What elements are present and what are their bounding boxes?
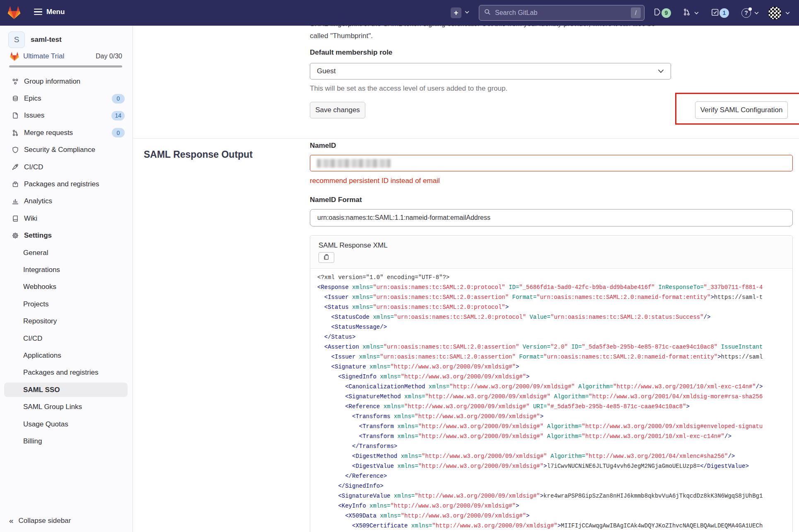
wiki-icon [12,215,19,222]
todo-check-icon [711,8,719,18]
sidebar-subitem-webhooks[interactable]: Webhooks [0,279,133,296]
xml-code-line: <SignedInfo xmlns="http://www.w3.org/200… [317,372,792,382]
main-content: SHA1 fingerprint of the SAML token signi… [133,0,799,532]
sidebar-subitem-saml-sso[interactable]: SAML SSO [0,381,133,398]
sidebar-subitem-saml-group-links[interactable]: SAML Group Links [0,398,133,415]
sidebar-subitem-ci-cd[interactable]: CI/CD [0,330,133,347]
trial-label: Ultimate Trial [23,52,96,60]
sidebar-item-packages-and-registries[interactable]: Packages and registries [0,176,133,193]
top-navbar: Menu + / 9 [0,0,799,26]
sidebar-item-settings[interactable]: Settings [0,227,133,244]
sidebar-subitem-repository[interactable]: Repository [0,313,133,330]
todos-nav-button[interactable]: 1 [711,0,729,26]
sidebar-item-issues[interactable]: Issues14 [0,107,133,124]
issues-icon [653,8,661,18]
search-input[interactable] [494,9,631,17]
sidebar-subitem-packages-and-registries[interactable]: Packages and registries [0,364,133,381]
sidebar-item-wiki[interactable]: Wiki [0,210,133,227]
gitlab-logo-icon[interactable] [7,5,22,19]
chevron-down-icon [754,9,759,17]
membership-role-help: This will be set as the access level of … [310,84,507,93]
xml-code-line: </SignedInfo> [317,481,792,491]
chevron-down-icon[interactable] [465,11,469,14]
xml-code-line: <Status xmlns="urn:oasis:names:tc:SAML:2… [317,302,792,312]
sidebar-item-analytics[interactable]: Analytics [0,193,133,210]
redacted-nameid-value [317,159,391,168]
sidebar-subitem-label: Repository [23,317,57,325]
sidebar-item-label: Security & Compliance [24,146,125,154]
sidebar-item-merge-requests[interactable]: Merge requests0 [0,124,133,141]
sidebar-item-group-information[interactable]: Group information [0,73,133,90]
merge-requests-nav-button[interactable] [683,0,699,26]
nameid-warning-text: recommend persistent ID instead of email [310,177,440,185]
menu-button[interactable]: Menu [34,7,65,17]
issues-icon [12,112,19,119]
xml-card-header: SAML Response XML [310,236,792,269]
copy-button[interactable] [319,252,334,263]
group-avatar: S [8,31,25,48]
sidebar-subitem-billing[interactable]: Billing [0,433,133,450]
user-avatar [768,6,782,20]
xml-card-title: SAML Response XML [319,241,792,250]
xml-code-line: </Transforms> [317,441,792,451]
security-compliance-icon [12,146,19,154]
sidebar-subitem-general[interactable]: General [0,244,133,261]
membership-role-select[interactable]: Guest [310,63,671,79]
xml-code-line: <StatusMessage/> [317,322,792,332]
sidebar-item-label: Analytics [24,197,125,205]
nameid-format-input[interactable] [310,209,793,226]
issues-nav-button[interactable]: 9 [653,0,671,26]
group-name: saml-test [31,36,62,44]
help-icon: ? [741,8,751,18]
sidebar-subitem-label: Webhooks [23,283,56,291]
sidebar-subitem-label: Applications [23,351,61,360]
section-divider [133,138,799,139]
xml-code-line: <Issuer xmlns="urn:oasis:names:tc:SAML:2… [317,292,792,302]
sidebar-item-security-compliance[interactable]: Security & Compliance [0,142,133,159]
global-search[interactable]: / [479,5,645,21]
user-menu-button[interactable] [768,0,790,26]
count-badge: 0 [112,94,125,104]
gitlab-fox-icon [9,51,20,61]
sidebar-subitem-applications[interactable]: Applications [0,347,133,364]
chevron-down-icon [658,67,664,75]
sidebar-item-epics[interactable]: Epics0 [0,90,133,107]
certificate-fingerprint-note-2: called "Thumbprint". [310,32,373,40]
sidebar-subitem-label: Packages and registries [23,368,98,377]
xml-code-line: <Signature xmlns="http://www.w3.org/2000… [317,362,792,372]
sidebar-subitem-label: Usage Quotas [23,420,68,428]
xml-code-line: <CanonicalizationMethod xmlns="http://ww… [317,382,792,392]
help-nav-button[interactable]: ? [741,0,759,26]
sidebar: S saml-test Ultimate Trial Day 0/30 Grou… [0,26,133,532]
sidebar-item-label: Wiki [24,214,125,223]
group-information-icon [12,78,19,85]
sidebar-subitem-label: General [23,249,48,257]
sidebar-subitem-integrations[interactable]: Integrations [0,261,133,278]
issues-count-badge: 9 [661,8,671,18]
xml-code-line: <Transform xmlns="http://www.w3.org/2000… [317,431,792,441]
trial-status[interactable]: Ultimate Trial Day 0/30 [9,51,122,61]
xml-code-line: <X509Certificate xmlns="http://www.w3.or… [317,521,792,531]
xml-code-line: <SignatureMethod xmlns="http://www.w3.or… [317,392,792,402]
trial-progress-bar [9,65,122,67]
save-changes-button[interactable]: Save changes [310,102,365,118]
sidebar-item-label: Packages and registries [24,180,125,188]
sidebar-item-label: CI/CD [24,163,125,171]
sidebar-item-ci-cd[interactable]: CI/CD [0,159,133,176]
xml-code-line: <Transform xmlns="http://www.w3.org/2000… [317,421,792,431]
saml-response-xml-card: SAML Response XML <?xml version="1.0" en… [310,235,793,532]
nameid-input[interactable] [310,155,793,171]
sidebar-subitem-usage-quotas[interactable]: Usage Quotas [0,416,133,433]
xml-code-line: <Transforms xmlns="http://www.w3.org/200… [317,412,792,421]
xml-code-line: <X509Data xmlns="http://www.w3.org/2000/… [317,511,792,521]
sidebar-subitem-projects[interactable]: Projects [0,296,133,313]
sidebar-item-label: Epics [24,94,112,103]
xml-code-line: <Issuer xmlns="urn:oasis:names:tc:SAML:2… [317,352,792,362]
xml-code-line: <Assertion xmlns="urn:oasis:names:tc:SAM… [317,342,792,352]
membership-role-label: Default membership role [310,48,392,57]
group-header[interactable]: S saml-test [8,31,62,48]
xml-code-block[interactable]: <?xml version="1.0" encoding="UTF-8"?><R… [310,269,792,532]
membership-role-value: Guest [317,67,336,75]
new-menu-button[interactable]: + [451,7,461,18]
collapse-sidebar-button[interactable]: « Collapse sidebar [9,516,71,525]
